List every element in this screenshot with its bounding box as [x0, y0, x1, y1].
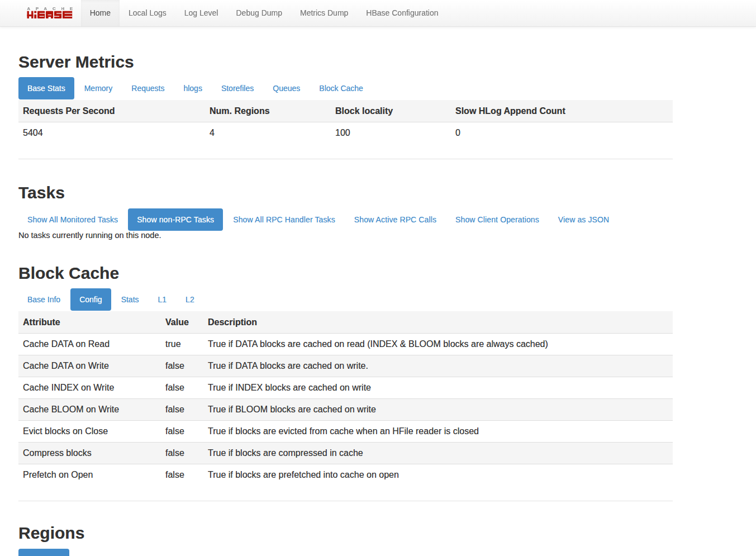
svg-text:APACHE: APACHE	[27, 6, 73, 11]
